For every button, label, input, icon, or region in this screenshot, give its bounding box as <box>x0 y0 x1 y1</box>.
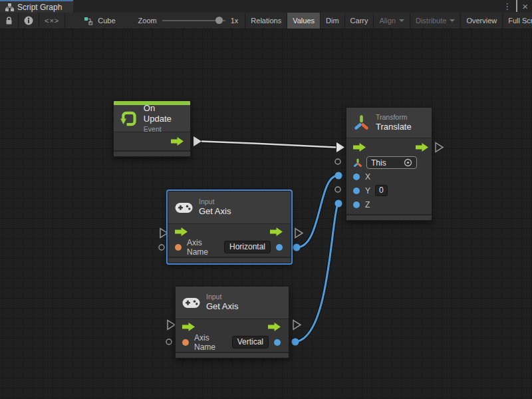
port-stub-onupdate-exit[interactable] <box>194 136 201 146</box>
wire-onupdate-translate[interactable] <box>201 142 336 148</box>
node-header: Transform Translate <box>346 108 432 138</box>
node-translate[interactable]: Transform Translate This <box>346 107 432 221</box>
control-output-port[interactable] <box>268 323 281 331</box>
x-input-row: X <box>346 170 432 184</box>
node-icon <box>84 16 94 25</box>
control-output-port[interactable] <box>416 143 428 152</box>
distribute-dropdown[interactable]: Distribute <box>410 13 461 29</box>
port-stub-translate-exit[interactable] <box>436 143 443 152</box>
control-input-port[interactable] <box>353 143 366 152</box>
code-preview-button[interactable]: <×> <box>39 13 65 29</box>
zoom-slider[interactable] <box>162 20 225 21</box>
control-row <box>176 319 289 334</box>
gamepad-icon <box>175 202 193 213</box>
node-footer <box>346 214 432 220</box>
gamepad-icon <box>182 297 200 309</box>
close-icon[interactable]: × <box>522 1 528 11</box>
port-stub-getaxis-h-result[interactable] <box>293 244 301 251</box>
graph-target-chip[interactable]: Cube <box>80 13 119 29</box>
result-port[interactable] <box>276 244 283 251</box>
control-input-port[interactable] <box>182 323 195 331</box>
port-stub-translate-z[interactable] <box>335 200 342 207</box>
axis-name-port[interactable] <box>182 339 189 346</box>
port-stub-getaxis-v-name[interactable] <box>166 339 172 344</box>
y-value-field[interactable]: 0 <box>375 185 388 196</box>
target-picker-icon[interactable] <box>404 158 412 167</box>
port-stub-getaxis-h-enter[interactable] <box>160 229 168 238</box>
port-stub-getaxis-h-exit[interactable] <box>295 229 303 238</box>
zoom-value: 1x <box>231 17 239 25</box>
node-footer <box>114 150 190 156</box>
zoom-label: Zoom <box>138 17 157 25</box>
node-category: Input <box>206 293 238 301</box>
zoom-slider-handle[interactable] <box>215 17 223 24</box>
node-get-axis-horizontal[interactable]: Input Get Axis Axis Name Horizontal <box>168 191 291 263</box>
node-get-axis-vertical[interactable]: Input Get Axis Axis Name Vertical <box>175 286 289 358</box>
node-on-update[interactable]: On Update Event <box>113 100 191 157</box>
axis-name-field[interactable]: Vertical <box>232 336 269 348</box>
node-header: Input Get Axis <box>168 192 291 224</box>
node-header: On Update Event <box>114 105 190 132</box>
tab-title: Script Graph <box>17 3 62 12</box>
control-row <box>346 138 432 156</box>
x-port-label: X <box>365 172 370 182</box>
node-footer <box>176 352 289 358</box>
port-stub-getaxis-v-enter[interactable] <box>168 321 175 330</box>
window-menu-icon[interactable]: ⋮ <box>503 2 511 11</box>
transform-icon <box>353 114 370 131</box>
port-stub-translate-enter[interactable] <box>336 142 344 152</box>
port-stub-translate-target[interactable] <box>335 159 340 164</box>
graph-target-label: Cube <box>98 17 115 25</box>
control-row <box>114 132 190 150</box>
tab-script-graph[interactable]: Script Graph <box>0 0 73 13</box>
z-port-label: Z <box>365 200 370 209</box>
port-stub-translate-y[interactable] <box>335 187 340 192</box>
this-object-field[interactable]: This <box>366 156 417 169</box>
x-port[interactable] <box>353 174 360 180</box>
node-title: Get Axis <box>199 206 231 217</box>
zoom-control: Zoom 1x <box>138 13 245 29</box>
axis-name-port[interactable] <box>175 244 182 251</box>
node-category: Input <box>199 198 231 206</box>
axis-name-label: Axis Name <box>194 333 232 352</box>
control-output-port[interactable] <box>171 137 184 146</box>
overview-button[interactable]: Overview <box>461 13 503 29</box>
lock-icon <box>5 17 13 25</box>
values-toggle[interactable]: Values <box>287 13 321 29</box>
info-icon <box>24 16 33 25</box>
node-title: Get Axis <box>206 301 238 312</box>
script-graph-window: Script Graph ⋮ × <×> <box>0 0 532 399</box>
result-port[interactable] <box>274 339 281 346</box>
carry-toggle[interactable]: Carry <box>345 13 374 29</box>
y-port-label: Y <box>365 186 370 196</box>
full-screen-button[interactable]: Full Screen <box>503 13 532 29</box>
inspect-button[interactable] <box>19 13 39 29</box>
align-dropdown[interactable]: Align <box>374 13 410 29</box>
control-input-port[interactable] <box>175 227 188 236</box>
toolbar-toggles: Relations Values Dim Carry Align Distrib… <box>245 13 532 29</box>
lock-button[interactable] <box>0 13 19 29</box>
y-port[interactable] <box>353 188 360 194</box>
node-title: Translate <box>376 122 412 132</box>
node-subtitle: Event <box>144 125 184 134</box>
control-output-port[interactable] <box>270 227 283 236</box>
axis-name-label: Axis Name <box>187 238 224 257</box>
target-row: This <box>346 156 432 170</box>
y-input-row: Y 0 <box>346 184 432 198</box>
chevron-down-icon <box>450 19 455 22</box>
port-stub-getaxis-v-exit[interactable] <box>293 321 301 330</box>
z-port[interactable] <box>353 201 360 208</box>
this-object-value: This <box>371 158 386 168</box>
port-stub-getaxis-v-result[interactable] <box>292 338 299 346</box>
port-stub-translate-x[interactable] <box>335 172 342 180</box>
maximize-icon[interactable] <box>516 2 517 11</box>
axis-name-row: Axis Name Vertical <box>176 334 289 350</box>
relations-toggle[interactable]: Relations <box>245 13 287 29</box>
z-input-row: Z <box>346 198 432 211</box>
port-stub-getaxis-h-name[interactable] <box>159 245 164 250</box>
axis-name-field[interactable]: Horizontal <box>224 241 271 253</box>
dim-toggle[interactable]: Dim <box>321 13 345 29</box>
node-category: Transform <box>376 113 412 122</box>
graph-canvas[interactable]: On Update Event <box>0 29 532 399</box>
update-loop-icon <box>120 110 138 128</box>
